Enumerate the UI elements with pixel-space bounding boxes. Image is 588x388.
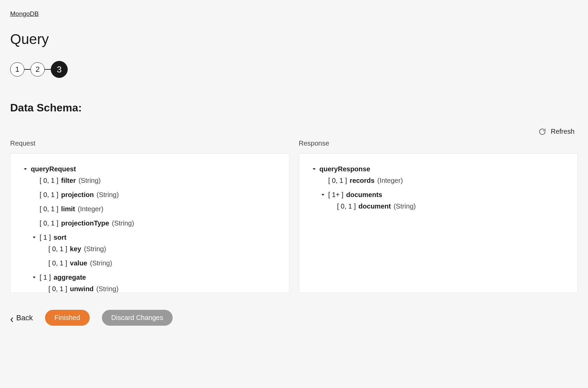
field-type: (String) <box>112 217 134 229</box>
field-name: projection <box>61 189 94 200</box>
step-connector <box>24 69 30 70</box>
stepper: 1 2 3 <box>10 61 578 78</box>
cardinality: [ 0, 1 ] <box>40 217 59 229</box>
chevron-down-icon[interactable] <box>23 166 28 172</box>
field-name: value <box>70 257 87 269</box>
svg-marker-5 <box>322 194 324 196</box>
cardinality: [ 0, 1 ] <box>48 283 67 293</box>
tree-row[interactable]: queryRequest <box>23 163 277 175</box>
field-name: aggregate <box>53 272 86 283</box>
back-label: Back <box>16 314 33 322</box>
tree-row[interactable]: [ 1+ ] documents <box>320 189 566 200</box>
svg-marker-0 <box>24 168 27 170</box>
step-1[interactable]: 1 <box>10 62 24 77</box>
field-name: unwind <box>70 283 94 293</box>
tree-row[interactable]: queryResponse <box>311 163 566 175</box>
field-name: projectionType <box>61 217 109 229</box>
tree-node: [ 0, 1 ] limit (Integer) <box>31 203 277 215</box>
step-3[interactable]: 3 <box>51 61 68 78</box>
tree-node: [ 1+ ] documents[ 0, 1 ] document (Strin… <box>320 189 566 212</box>
refresh-icon <box>539 128 546 135</box>
discard-button[interactable]: Discard Changes <box>102 310 173 326</box>
cardinality: [ 0, 1 ] <box>40 189 59 200</box>
tree-row[interactable]: [ 0, 1 ] value (String) <box>40 257 277 269</box>
breadcrumb-link[interactable]: MongoDB <box>10 10 39 18</box>
tree-node: [ 0, 1 ] key (String) <box>40 243 277 255</box>
svg-marker-4 <box>313 168 315 170</box>
tree-node: [ 0, 1 ] projectionType (String) <box>31 217 277 229</box>
tree-node: [ 0, 1 ] document (String) <box>329 200 566 212</box>
request-panel: queryRequest[ 0, 1 ] filter (String)[ 0,… <box>10 153 289 293</box>
cardinality: [ 1 ] <box>40 232 51 243</box>
step-2[interactable]: 2 <box>30 62 45 77</box>
chevron-down-icon[interactable] <box>311 166 317 172</box>
field-type: (String) <box>394 200 416 212</box>
cardinality: [ 1+ ] <box>328 189 344 200</box>
tree-node: [ 0, 1 ] unwind (String) <box>40 283 277 293</box>
cardinality: [ 0, 1 ] <box>40 203 59 215</box>
field-name: records <box>350 175 374 186</box>
chevron-down-icon[interactable] <box>31 235 37 240</box>
svg-marker-2 <box>33 277 36 278</box>
tree-node: queryResponse[ 0, 1 ] records (Integer)[… <box>311 163 566 212</box>
tree-row[interactable]: [ 0, 1 ] unwind (String) <box>40 283 277 293</box>
field-type: (String) <box>90 257 112 269</box>
tree-row[interactable]: [ 1 ] sort <box>31 232 277 243</box>
field-name: document <box>358 200 391 212</box>
field-name: documents <box>346 189 383 200</box>
finished-button[interactable]: Finished <box>45 310 90 326</box>
tree-node: queryRequest[ 0, 1 ] filter (String)[ 0,… <box>23 163 277 293</box>
section-title: Data Schema: <box>10 102 578 114</box>
field-type: (String) <box>79 175 101 186</box>
field-name: sort <box>53 232 66 243</box>
tree-row[interactable]: [ 0, 1 ] limit (Integer) <box>31 203 277 215</box>
tree-row[interactable]: [ 1 ] aggregate <box>31 272 277 283</box>
field-type: (String) <box>96 283 119 293</box>
back-button[interactable]: Back <box>10 314 33 322</box>
tree-row[interactable]: [ 0, 1 ] projectionType (String) <box>31 217 277 229</box>
field-name: filter <box>61 175 76 186</box>
tree-node: [ 0, 1 ] records (Integer) <box>320 175 566 186</box>
tree-node: [ 0, 1 ] projection (String) <box>31 189 277 200</box>
cardinality: [ 0, 1 ] <box>337 200 356 212</box>
field-name: queryResponse <box>320 163 370 175</box>
cardinality: [ 0, 1 ] <box>40 175 59 186</box>
tree-row[interactable]: [ 0, 1 ] projection (String) <box>31 189 277 200</box>
request-panel-label: Request <box>10 139 289 147</box>
field-name: queryRequest <box>31 163 76 175</box>
field-type: (String) <box>84 243 106 255</box>
response-panel-label: Response <box>299 139 578 147</box>
tree-row[interactable]: [ 0, 1 ] records (Integer) <box>320 175 566 186</box>
tree-row[interactable]: [ 0, 1 ] document (String) <box>329 200 566 212</box>
refresh-label: Refresh <box>551 128 574 135</box>
svg-marker-1 <box>33 237 36 238</box>
tree-row[interactable]: [ 0, 1 ] key (String) <box>40 243 277 255</box>
step-connector <box>45 69 51 70</box>
tree-node: [ 1 ] sort[ 0, 1 ] key (String)[ 0, 1 ] … <box>31 232 277 269</box>
tree-row[interactable]: [ 0, 1 ] filter (String) <box>31 175 277 186</box>
cardinality: [ 0, 1 ] <box>48 243 67 255</box>
response-panel: queryResponse[ 0, 1 ] records (Integer)[… <box>299 153 578 293</box>
field-type: (Integer) <box>78 203 104 215</box>
chevron-down-icon[interactable] <box>320 192 326 197</box>
field-type: (String) <box>96 189 119 200</box>
refresh-button[interactable]: Refresh <box>539 128 574 135</box>
tree-node: [ 1 ] aggregate[ 0, 1 ] unwind (String)[… <box>31 272 277 293</box>
cardinality: [ 1 ] <box>40 272 51 283</box>
tree-node: [ 0, 1 ] filter (String) <box>31 175 277 186</box>
field-name: key <box>70 243 81 255</box>
chevron-left-icon <box>10 316 14 320</box>
page-title: Query <box>10 31 578 47</box>
tree-node: [ 0, 1 ] value (String) <box>40 257 277 269</box>
field-name: limit <box>61 203 75 215</box>
field-type: (Integer) <box>377 175 403 186</box>
cardinality: [ 0, 1 ] <box>328 175 347 186</box>
cardinality: [ 0, 1 ] <box>48 257 67 269</box>
chevron-down-icon[interactable] <box>31 275 37 280</box>
